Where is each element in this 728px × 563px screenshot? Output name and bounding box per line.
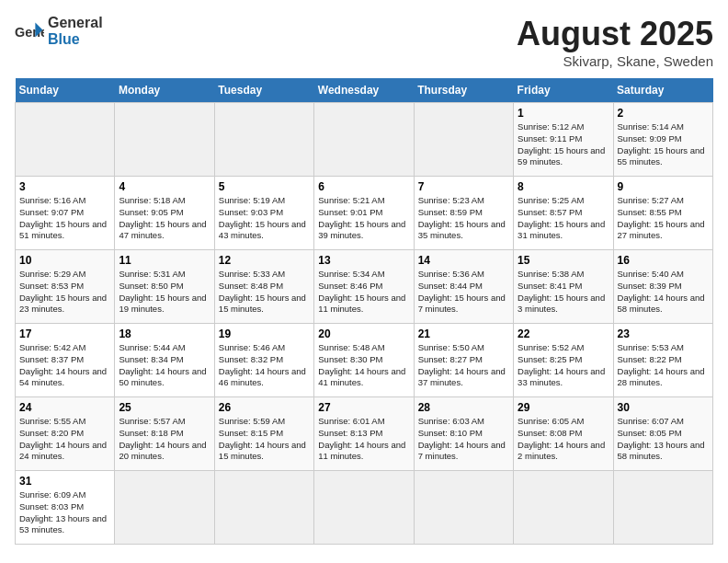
day-cell: 29Sunrise: 6:05 AM Sunset: 8:08 PM Dayli…	[514, 397, 613, 471]
day-number: 24	[19, 401, 110, 414]
day-cell: 8Sunrise: 5:25 AM Sunset: 8:57 PM Daylig…	[514, 177, 613, 250]
day-number: 18	[119, 327, 210, 340]
day-info: Sunrise: 5:53 AM Sunset: 8:22 PM Dayligh…	[618, 342, 709, 389]
day-info: Sunrise: 6:03 AM Sunset: 8:10 PM Dayligh…	[418, 416, 509, 463]
header: General General Blue August 2025 Skivarp…	[15, 15, 713, 69]
logo-blue: Blue	[48, 31, 103, 48]
weekday-header-row: SundayMondayTuesdayWednesdayThursdayFrid…	[16, 78, 713, 103]
week-row-1: 3Sunrise: 5:16 AM Sunset: 9:07 PM Daylig…	[16, 177, 713, 250]
day-info: Sunrise: 5:33 AM Sunset: 8:48 PM Dayligh…	[219, 269, 310, 316]
day-cell	[613, 471, 712, 545]
day-cell: 27Sunrise: 6:01 AM Sunset: 8:13 PM Dayli…	[314, 397, 414, 471]
day-number: 14	[418, 254, 509, 267]
day-info: Sunrise: 5:19 AM Sunset: 9:03 PM Dayligh…	[219, 195, 310, 242]
day-cell: 26Sunrise: 5:59 AM Sunset: 8:15 PM Dayli…	[214, 397, 313, 471]
day-number: 22	[518, 327, 609, 340]
day-cell: 20Sunrise: 5:48 AM Sunset: 8:30 PM Dayli…	[314, 324, 414, 397]
day-info: Sunrise: 5:16 AM Sunset: 9:07 PM Dayligh…	[19, 195, 110, 242]
day-cell: 11Sunrise: 5:31 AM Sunset: 8:50 PM Dayli…	[115, 250, 214, 324]
day-info: Sunrise: 5:36 AM Sunset: 8:44 PM Dayligh…	[418, 269, 509, 316]
day-info: Sunrise: 5:46 AM Sunset: 8:32 PM Dayligh…	[219, 342, 310, 389]
day-cell	[314, 103, 414, 177]
day-info: Sunrise: 5:34 AM Sunset: 8:46 PM Dayligh…	[318, 269, 409, 316]
day-cell: 23Sunrise: 5:53 AM Sunset: 8:22 PM Dayli…	[613, 324, 712, 397]
day-info: Sunrise: 5:23 AM Sunset: 8:59 PM Dayligh…	[418, 195, 509, 242]
day-cell: 15Sunrise: 5:38 AM Sunset: 8:41 PM Dayli…	[514, 250, 613, 324]
day-cell: 12Sunrise: 5:33 AM Sunset: 8:48 PM Dayli…	[214, 250, 313, 324]
weekday-header-monday: Monday	[115, 78, 214, 103]
day-info: Sunrise: 5:42 AM Sunset: 8:37 PM Dayligh…	[19, 342, 110, 389]
day-number: 7	[418, 180, 509, 193]
day-number: 25	[119, 401, 210, 414]
day-number: 2	[618, 107, 709, 120]
day-cell: 28Sunrise: 6:03 AM Sunset: 8:10 PM Dayli…	[414, 397, 513, 471]
week-row-4: 24Sunrise: 5:55 AM Sunset: 8:20 PM Dayli…	[16, 397, 713, 471]
day-cell	[214, 103, 313, 177]
title-area: August 2025 Skivarp, Skane, Sweden	[517, 15, 713, 69]
day-number: 3	[19, 180, 110, 193]
day-cell	[115, 471, 214, 545]
day-info: Sunrise: 5:52 AM Sunset: 8:25 PM Dayligh…	[518, 342, 609, 389]
day-number: 11	[119, 254, 210, 267]
day-cell: 19Sunrise: 5:46 AM Sunset: 8:32 PM Dayli…	[214, 324, 313, 397]
day-number: 28	[418, 401, 509, 414]
day-info: Sunrise: 5:14 AM Sunset: 9:09 PM Dayligh…	[618, 121, 709, 168]
weekday-header-tuesday: Tuesday	[214, 78, 313, 103]
day-number: 19	[219, 327, 310, 340]
day-cell: 3Sunrise: 5:16 AM Sunset: 9:07 PM Daylig…	[16, 177, 115, 250]
day-cell: 31Sunrise: 6:09 AM Sunset: 8:03 PM Dayli…	[16, 471, 115, 545]
day-info: Sunrise: 6:05 AM Sunset: 8:08 PM Dayligh…	[518, 416, 609, 463]
day-info: Sunrise: 5:57 AM Sunset: 8:18 PM Dayligh…	[119, 416, 210, 463]
day-number: 31	[19, 475, 110, 488]
day-number: 1	[518, 107, 609, 120]
day-info: Sunrise: 5:12 AM Sunset: 9:11 PM Dayligh…	[518, 121, 609, 168]
day-info: Sunrise: 5:25 AM Sunset: 8:57 PM Dayligh…	[518, 195, 609, 242]
day-cell: 4Sunrise: 5:18 AM Sunset: 9:05 PM Daylig…	[115, 177, 214, 250]
day-number: 23	[618, 327, 709, 340]
day-cell: 17Sunrise: 5:42 AM Sunset: 8:37 PM Dayli…	[16, 324, 115, 397]
logo-general: General	[48, 15, 103, 31]
day-number: 5	[219, 180, 310, 193]
day-cell: 10Sunrise: 5:29 AM Sunset: 8:53 PM Dayli…	[16, 250, 115, 324]
day-cell	[115, 103, 214, 177]
day-cell	[414, 103, 513, 177]
day-info: Sunrise: 5:55 AM Sunset: 8:20 PM Dayligh…	[19, 416, 110, 463]
calendar-subtitle: Skivarp, Skane, Sweden	[517, 53, 713, 69]
day-cell: 9Sunrise: 5:27 AM Sunset: 8:55 PM Daylig…	[613, 177, 712, 250]
day-cell	[514, 471, 613, 545]
day-number: 9	[618, 180, 709, 193]
day-number: 15	[518, 254, 609, 267]
day-cell: 6Sunrise: 5:21 AM Sunset: 9:01 PM Daylig…	[314, 177, 414, 250]
day-info: Sunrise: 6:07 AM Sunset: 8:05 PM Dayligh…	[618, 416, 709, 463]
day-info: Sunrise: 5:44 AM Sunset: 8:34 PM Dayligh…	[119, 342, 210, 389]
day-number: 17	[19, 327, 110, 340]
day-info: Sunrise: 6:01 AM Sunset: 8:13 PM Dayligh…	[318, 416, 409, 463]
day-cell: 21Sunrise: 5:50 AM Sunset: 8:27 PM Dayli…	[414, 324, 513, 397]
day-number: 20	[318, 327, 409, 340]
day-info: Sunrise: 6:09 AM Sunset: 8:03 PM Dayligh…	[19, 489, 110, 536]
week-row-2: 10Sunrise: 5:29 AM Sunset: 8:53 PM Dayli…	[16, 250, 713, 324]
day-cell: 24Sunrise: 5:55 AM Sunset: 8:20 PM Dayli…	[16, 397, 115, 471]
week-row-3: 17Sunrise: 5:42 AM Sunset: 8:37 PM Dayli…	[16, 324, 713, 397]
day-number: 21	[418, 327, 509, 340]
day-cell: 14Sunrise: 5:36 AM Sunset: 8:44 PM Dayli…	[414, 250, 513, 324]
day-number: 27	[318, 401, 409, 414]
day-info: Sunrise: 5:31 AM Sunset: 8:50 PM Dayligh…	[119, 269, 210, 316]
weekday-header-thursday: Thursday	[414, 78, 513, 103]
calendar-table: SundayMondayTuesdayWednesdayThursdayFrid…	[15, 78, 713, 545]
logo-icon: General	[15, 17, 44, 46]
day-number: 4	[119, 180, 210, 193]
day-cell	[214, 471, 313, 545]
day-number: 16	[618, 254, 709, 267]
day-number: 8	[518, 180, 609, 193]
weekday-header-friday: Friday	[514, 78, 613, 103]
day-info: Sunrise: 5:48 AM Sunset: 8:30 PM Dayligh…	[318, 342, 409, 389]
day-cell: 1Sunrise: 5:12 AM Sunset: 9:11 PM Daylig…	[514, 103, 613, 177]
day-info: Sunrise: 5:21 AM Sunset: 9:01 PM Dayligh…	[318, 195, 409, 242]
day-number: 10	[19, 254, 110, 267]
week-row-0: 1Sunrise: 5:12 AM Sunset: 9:11 PM Daylig…	[16, 103, 713, 177]
day-number: 12	[219, 254, 310, 267]
calendar-title: August 2025	[517, 15, 713, 53]
day-number: 29	[518, 401, 609, 414]
day-info: Sunrise: 5:18 AM Sunset: 9:05 PM Dayligh…	[119, 195, 210, 242]
